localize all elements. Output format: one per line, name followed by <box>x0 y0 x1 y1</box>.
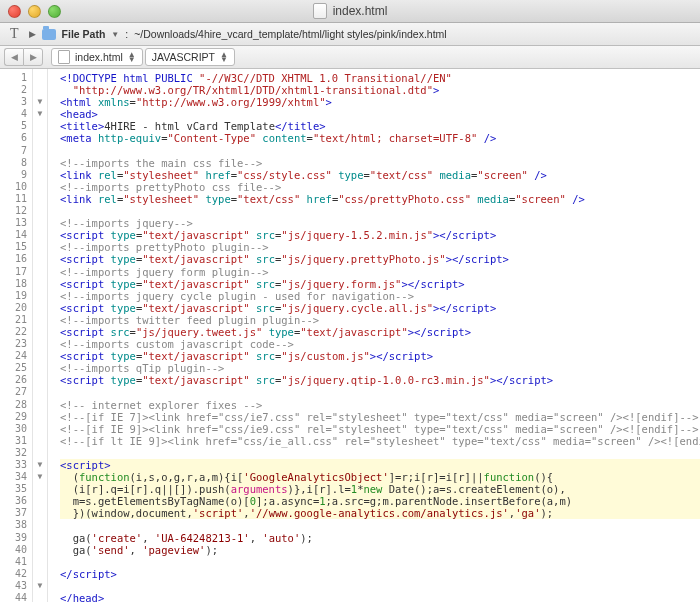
code-line[interactable]: <!--imports jquery cycle plugin - used f… <box>60 290 700 302</box>
tab-bar: ◀ ▶ index.html ▲▼ JAVASCRIPT ▲▼ <box>0 46 700 69</box>
code-line[interactable]: <link rel="stylesheet" type="text/css" h… <box>60 193 700 205</box>
fold-marker-icon[interactable]: ▼ <box>33 108 47 120</box>
text-mode-icon[interactable]: T <box>6 26 23 42</box>
nav-forward-button[interactable]: ▶ <box>23 48 43 66</box>
code-line[interactable]: <!--imports jquery--> <box>60 217 700 229</box>
code-line[interactable]: <script type="text/javascript" src="js/j… <box>60 374 700 386</box>
fold-marker-icon <box>33 592 47 602</box>
line-number: 5 <box>0 120 32 132</box>
code-area[interactable]: <!DOCTYPE html PUBLIC "-//W3C//DTD XHTML… <box>48 69 700 602</box>
code-line[interactable]: <!--imports qTip plugin--> <box>60 362 700 374</box>
fold-marker-icon <box>33 169 47 181</box>
code-line[interactable]: <meta http-equiv="Content-Type" content=… <box>60 132 700 144</box>
line-number: 9 <box>0 169 32 181</box>
fold-marker-icon <box>33 278 47 290</box>
window-title: index.html <box>0 3 700 19</box>
code-line[interactable] <box>60 447 700 459</box>
minimize-icon[interactable] <box>28 5 41 18</box>
line-number: 24 <box>0 350 32 362</box>
code-line[interactable] <box>60 519 700 531</box>
code-line[interactable]: ga('send', 'pageview'); <box>60 544 700 556</box>
path-separator: : <box>125 28 128 40</box>
code-line[interactable]: <!--[if IE 9]><link href="css/ie9.css" r… <box>60 423 700 435</box>
code-line[interactable]: <!--[if IE 7]><link href="css/ie7.css" r… <box>60 411 700 423</box>
line-number: 13 <box>0 217 32 229</box>
nav-back-button[interactable]: ◀ <box>4 48 23 66</box>
code-line[interactable]: <!--imports the main css file--> <box>60 157 700 169</box>
code-line[interactable] <box>60 145 700 157</box>
fold-gutter[interactable]: ▼▼▼▼▼ <box>33 69 48 602</box>
code-line[interactable]: <head> <box>60 108 700 120</box>
line-number: 7 <box>0 145 32 157</box>
fold-marker-icon <box>33 314 47 326</box>
code-line[interactable]: ga('create', 'UA-64248213-1', 'auto'); <box>60 532 700 544</box>
editor-area: 1234567891011121314151617181920212223242… <box>0 69 700 602</box>
code-line[interactable]: <script type="text/javascript" src="js/j… <box>60 302 700 314</box>
fold-marker-icon <box>33 72 47 84</box>
code-line[interactable]: <link rel="stylesheet" href="css/style.c… <box>60 169 700 181</box>
code-line[interactable]: (function(i,s,o,g,r,a,m){i['GoogleAnalyt… <box>60 471 700 483</box>
line-number: 16 <box>0 253 32 265</box>
code-line[interactable]: <!--imports prettyPhoto css file--> <box>60 181 700 193</box>
window-title-text: index.html <box>333 4 388 18</box>
line-number: 28 <box>0 399 32 411</box>
disclosure-icon[interactable]: ▶ <box>29 29 36 39</box>
line-number: 19 <box>0 290 32 302</box>
zoom-icon[interactable] <box>48 5 61 18</box>
code-line[interactable]: <title>4HIRE - html vCard Template</titl… <box>60 120 700 132</box>
fold-marker-icon[interactable]: ▼ <box>33 580 47 592</box>
code-line[interactable]: <script type="text/javascript" src="js/c… <box>60 350 700 362</box>
code-line[interactable]: <script type="text/javascript" src="js/j… <box>60 229 700 241</box>
fold-marker-icon <box>33 241 47 253</box>
line-number: 42 <box>0 568 32 580</box>
file-selector[interactable]: index.html ▲▼ <box>51 48 143 66</box>
close-icon[interactable] <box>8 5 21 18</box>
fold-marker-icon <box>33 362 47 374</box>
code-line[interactable]: <script src="js/jquery.tweet.js" type="t… <box>60 326 700 338</box>
code-line[interactable]: "http://www.w3.org/TR/xhtml1/DTD/xhtml1-… <box>60 84 700 96</box>
code-line[interactable]: <!-- internet explorer fixes --> <box>60 399 700 411</box>
code-line[interactable]: </head> <box>60 592 700 602</box>
code-line[interactable] <box>60 556 700 568</box>
line-number: 12 <box>0 205 32 217</box>
code-line[interactable]: <!--imports custom javascript code--> <box>60 338 700 350</box>
fold-marker-icon[interactable]: ▼ <box>33 459 47 471</box>
code-line[interactable]: <script type="text/javascript" src="js/j… <box>60 278 700 290</box>
line-number: 44 <box>0 592 32 602</box>
fold-marker-icon <box>33 544 47 556</box>
code-line[interactable]: <html xmlns="http://www.w3.org/1999/xhtm… <box>60 96 700 108</box>
line-number: 29 <box>0 411 32 423</box>
line-number: 30 <box>0 423 32 435</box>
path-label: File Path <box>62 28 106 40</box>
code-line[interactable]: <!--[if lt IE 9]><link href="css/ie_all.… <box>60 435 700 447</box>
fold-marker-icon[interactable]: ▼ <box>33 471 47 483</box>
line-number: 1 <box>0 72 32 84</box>
line-number: 22 <box>0 326 32 338</box>
line-number: 27 <box>0 386 32 398</box>
line-number: 32 <box>0 447 32 459</box>
code-line[interactable]: })(window,document,'script','//www.googl… <box>60 507 700 519</box>
code-line[interactable]: <!--imports jquery form plugin--> <box>60 266 700 278</box>
code-line[interactable]: <script> <box>60 459 700 471</box>
code-line[interactable] <box>60 580 700 592</box>
code-line[interactable] <box>60 205 700 217</box>
line-number: 3 <box>0 96 32 108</box>
fold-marker-icon[interactable]: ▼ <box>33 96 47 108</box>
path-dropdown-icon[interactable]: ▼ <box>111 30 119 39</box>
code-line[interactable]: </script> <box>60 568 700 580</box>
fold-marker-icon <box>33 411 47 423</box>
code-line[interactable]: (i[r].q=i[r].q||[]).push(arguments)},i[r… <box>60 483 700 495</box>
code-line[interactable] <box>60 386 700 398</box>
language-selector[interactable]: JAVASCRIPT ▲▼ <box>145 48 235 66</box>
code-line[interactable]: m=s.getElementsByTagName(o)[0];a.async=1… <box>60 495 700 507</box>
line-number-gutter[interactable]: 1234567891011121314151617181920212223242… <box>0 69 33 602</box>
line-number: 25 <box>0 362 32 374</box>
fold-marker-icon <box>33 132 47 144</box>
code-line[interactable]: <!--imports prettyPhoto plugin--> <box>60 241 700 253</box>
line-number: 8 <box>0 157 32 169</box>
code-line[interactable]: <script type="text/javascript" src="js/j… <box>60 253 700 265</box>
fold-marker-icon <box>33 532 47 544</box>
code-line[interactable]: <!--imports twitter feed plugin plugin--… <box>60 314 700 326</box>
code-line[interactable]: <!DOCTYPE html PUBLIC "-//W3C//DTD XHTML… <box>60 72 700 84</box>
line-number: 23 <box>0 338 32 350</box>
